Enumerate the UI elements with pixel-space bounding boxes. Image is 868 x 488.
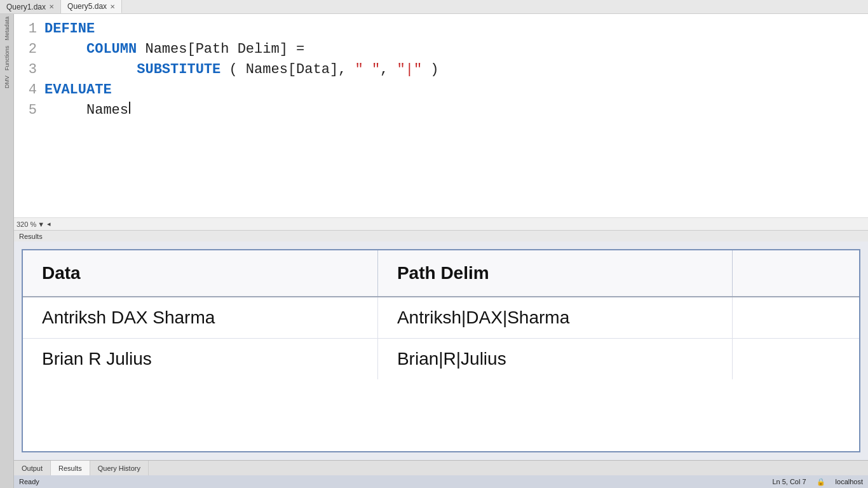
zoom-icon[interactable]: ▼ [37, 220, 44, 228]
scroll-indicator: ◂ [47, 220, 51, 228]
tab-query1-label: Query1.dax [6, 3, 46, 11]
results-table: Data Path Delim Antriksh DAX Sharma Antr… [23, 250, 859, 379]
table-header-row: Data Path Delim [23, 250, 859, 297]
cell-pathdelim-2: Brian|R|Julius [377, 339, 732, 380]
line-num-5: 5 [19, 100, 37, 121]
code-line-3: 3 SUBSTITUTE ( Names[Data], " " , "|" ) [19, 60, 868, 80]
status-line-col: Ln 5, Col 7 [772, 478, 806, 486]
bottom-tab-results[interactable]: Results [51, 461, 90, 475]
line-num-1: 1 [19, 19, 37, 39]
tab-query5[interactable]: Query5.dax ✕ [61, 0, 122, 13]
status-right: Ln 5, Col 7 🔒 localhost [772, 478, 863, 486]
status-ready: Ready [19, 478, 39, 485]
code-editor[interactable]: 1 DEFINE 2 COLUMN Names[Path Delim] = 3 … [14, 14, 868, 217]
code-text-2: Names[Path Delim] = [137, 39, 304, 60]
keyword-substitute: SUBSTITUTE [137, 60, 220, 80]
tab-query5-close[interactable]: ✕ [110, 3, 115, 10]
tab-query1-close[interactable]: ✕ [49, 3, 54, 10]
subscribe-watermark: ⚗ SUBSCRIBE [817, 459, 855, 460]
code-line-5: 5 Names [19, 100, 868, 121]
col-header-pathdelim: Path Delim [377, 250, 732, 297]
results-panel: Data Path Delim Antriksh DAX Sharma Antr… [14, 241, 868, 460]
sidebar: Metadata Functions DMV [0, 14, 14, 488]
line-num-3: 3 [19, 60, 37, 80]
keyword-evaluate: EVALUATE [44, 80, 112, 100]
bottom-tab-output-label: Output [22, 464, 43, 472]
editor-results: 1 DEFINE 2 COLUMN Names[Path Delim] = 3 … [14, 14, 868, 488]
bottom-tab-output[interactable]: Output [14, 461, 51, 475]
sidebar-metadata[interactable]: Metadata [4, 14, 10, 43]
status-bar: Ready Ln 5, Col 7 🔒 localhost [14, 475, 868, 488]
code-text-3c: ) [422, 60, 438, 80]
status-server: localhost [836, 478, 863, 486]
code-names: Names [86, 100, 128, 121]
results-table-wrapper: Data Path Delim Antriksh DAX Sharma Antr… [22, 249, 860, 452]
cell-extra-1 [732, 297, 859, 339]
keyword-define: DEFINE [44, 19, 95, 39]
sidebar-dmv[interactable]: DMV [4, 73, 10, 91]
cell-extra-2 [732, 339, 859, 380]
code-line-4: 4 EVALUATE [19, 80, 868, 100]
tab-query5-label: Query5.dax [67, 2, 107, 11]
tab-bar: Query1.dax ✕ Query5.dax ✕ [0, 0, 868, 14]
zoom-level: 320 % [17, 220, 36, 228]
bottom-tab-queryhistory[interactable]: Query History [90, 461, 149, 475]
main-area: Metadata Functions DMV 1 DEFINE 2 COLUMN… [0, 14, 868, 488]
table-row: Brian R Julius Brian|R|Julius [23, 339, 859, 380]
cell-data-1: Antriksh DAX Sharma [23, 297, 377, 339]
string-space: " " [355, 60, 381, 80]
col-header-data: Data [23, 250, 377, 297]
bottom-tab-queryhistory-label: Query History [98, 464, 140, 472]
code-line-1: 1 DEFINE [19, 19, 868, 39]
results-label-bar: Results [14, 230, 868, 241]
line-num-2: 2 [19, 39, 37, 60]
lock-icon: 🔒 [817, 478, 825, 486]
bottom-tabs: Output Results Query History [14, 460, 868, 475]
tab-query1[interactable]: Query1.dax ✕ [0, 0, 61, 13]
sidebar-functions[interactable]: Functions [4, 43, 10, 73]
code-indent-2 [44, 39, 86, 60]
line-num-4: 4 [19, 80, 37, 100]
string-pipe: "|" [397, 60, 423, 80]
keyword-column: COLUMN [86, 39, 137, 60]
code-indent-5 [44, 100, 86, 121]
code-line-2: 2 COLUMN Names[Path Delim] = [19, 39, 868, 60]
col-header-extra [732, 250, 859, 297]
cell-data-2: Brian R Julius [23, 339, 377, 380]
code-text-3a: ( Names[Data], [220, 60, 355, 80]
results-label-text: Results [19, 233, 43, 240]
zoom-bar: 320 % ▼ ◂ [14, 217, 868, 230]
code-indent-3 [44, 60, 137, 80]
cursor [129, 102, 130, 114]
cell-pathdelim-1: Antriksh|DAX|Sharma [377, 297, 732, 339]
code-text-3b: , [380, 60, 397, 80]
bottom-tab-results-label: Results [58, 464, 82, 472]
table-row: Antriksh DAX Sharma Antriksh|DAX|Sharma [23, 297, 859, 339]
